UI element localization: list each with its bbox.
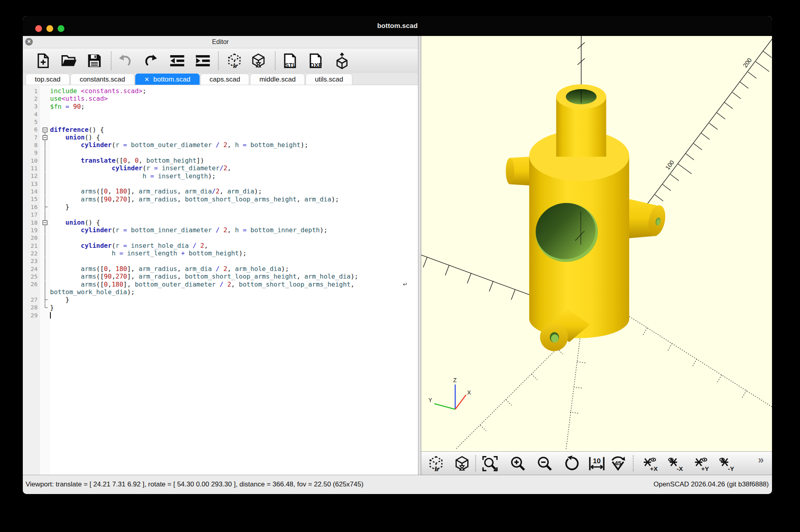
- zoom-to-fit-icon: [481, 455, 499, 472]
- panel-splitter[interactable]: [418, 36, 421, 475]
- view-plus-y-button[interactable]: +Y: [691, 454, 711, 474]
- code-line[interactable]: 20: [23, 234, 418, 242]
- code-line[interactable]: 5: [23, 118, 418, 126]
- fold-guide: [40, 180, 50, 187]
- code-line[interactable]: 23: [23, 257, 418, 265]
- code-line[interactable]: 11 cylinder(r = insert_diameter/2,: [23, 164, 418, 172]
- code-line[interactable]: 25 arms([90,270], arm_radius, bottom_sho…: [23, 273, 418, 280]
- view-minus-y-button[interactable]: -Y: [717, 454, 737, 474]
- code-line[interactable]: 22 h = insert_length + bottom_height);: [23, 249, 418, 257]
- code-line[interactable]: 24 arms([0, 180], arm_radius, arm_dia / …: [23, 265, 418, 273]
- preview-render-button[interactable]: »: [426, 454, 446, 474]
- view-plus-y-icon: +Y: [692, 455, 710, 472]
- fold-guide: [40, 211, 50, 219]
- render-button[interactable]: [249, 51, 268, 70]
- code-line[interactable]: 13: [23, 180, 418, 187]
- code-line[interactable]: 7 union() {: [23, 133, 418, 141]
- line-number: 24: [23, 266, 40, 272]
- fold-guide: [40, 234, 50, 242]
- tab-label: utils.scad: [315, 76, 343, 83]
- code-line[interactable]: 12 h = insert_length);: [23, 172, 418, 180]
- code-line[interactable]: 27 }: [23, 296, 418, 303]
- toolbar-separator: [275, 52, 276, 70]
- code-line[interactable]: 28}: [23, 304, 418, 311]
- gizmo-z-label: Z: [453, 377, 457, 383]
- code-line[interactable]: 18 union() {: [23, 219, 418, 226]
- code-line[interactable]: 6difference() {: [23, 126, 418, 133]
- status-bar: Viewport: translate = [ 24.21 7.31 6.92 …: [23, 475, 772, 494]
- more-tools-chevron-icon[interactable]: »: [758, 454, 764, 466]
- code-text: cylinder(r = bottom_inner_diameter / 2, …: [50, 226, 328, 234]
- fold-marker-icon[interactable]: [40, 126, 50, 133]
- unindent-button[interactable]: [168, 51, 187, 70]
- render-button[interactable]: [452, 454, 472, 474]
- code-line[interactable]: 15 arms([90,270], arm_radius, bottom_sho…: [23, 195, 418, 203]
- new-file-icon: [35, 52, 52, 69]
- line-number: 27: [23, 297, 40, 303]
- close-panel-icon[interactable]: ✕: [25, 38, 33, 46]
- gizmo-y-label: Y: [428, 397, 432, 403]
- export-stl-button[interactable]: STL: [280, 51, 300, 70]
- tab-top-scad[interactable]: top.scad: [26, 74, 70, 85]
- line-number: 14: [23, 188, 40, 195]
- code-line[interactable]: 4: [23, 110, 418, 118]
- code-line[interactable]: 2use<utils.scad>: [23, 95, 418, 102]
- code-line[interactable]: 8 cylinder(r = bottom_outer_diameter / 2…: [23, 141, 418, 149]
- zoom-in-button[interactable]: [508, 454, 528, 474]
- reset-view-icon: [563, 455, 581, 472]
- zoom-out-icon: [536, 455, 554, 472]
- code-text: }: [50, 296, 69, 303]
- code-line[interactable]: 10 translate([0, 0, bottom_height]): [23, 157, 418, 164]
- redo-button[interactable]: [142, 51, 161, 70]
- undo-button[interactable]: [115, 51, 134, 70]
- 3d-viewport[interactable]: 100 200: [421, 36, 772, 451]
- unindent-icon: [169, 52, 186, 69]
- tab-middle-scad[interactable]: middle.scad: [250, 74, 305, 85]
- title-bar[interactable]: bottom.scad: [23, 16, 772, 36]
- tab-label: caps.scad: [210, 76, 240, 83]
- line-number: 15: [23, 196, 40, 202]
- save-file-button[interactable]: [85, 51, 104, 70]
- code-line[interactable]: 17: [23, 211, 418, 219]
- zoom-to-fit-button[interactable]: [480, 454, 500, 474]
- open-file-button[interactable]: [59, 51, 78, 70]
- code-text: arms([0, 180], arm_radius, arm_dia / 2, …: [50, 265, 289, 273]
- fold-marker-icon[interactable]: [40, 133, 50, 141]
- code-line[interactable]: 19 cylinder(r = bottom_inner_diameter / …: [23, 226, 418, 234]
- close-tab-icon[interactable]: ✕: [144, 76, 150, 83]
- preview-render-button[interactable]: »: [225, 51, 244, 70]
- view-plus-x-button[interactable]: +X: [640, 454, 660, 474]
- tab-caps-scad[interactable]: caps.scad: [200, 74, 250, 85]
- code-line[interactable]: 1include <constants.scad>;: [23, 87, 418, 95]
- code-line[interactable]: 16 }: [23, 203, 418, 211]
- code-line[interactable]: 29: [23, 311, 418, 319]
- tab-utils-scad[interactable]: utils.scad: [306, 74, 352, 85]
- tab-label: top.scad: [35, 76, 60, 83]
- view-minus-x-button[interactable]: -X: [666, 454, 686, 474]
- fold-guide: [40, 157, 50, 164]
- line-number: 20: [23, 235, 40, 241]
- indent-button[interactable]: [193, 51, 212, 70]
- view-all-button[interactable]: 10: [587, 454, 607, 474]
- zoom-out-button[interactable]: [535, 454, 555, 474]
- code-line[interactable]: 14 arms([0, 180], arm_radius, arm_dia/2,…: [23, 187, 418, 195]
- code-line[interactable]: bottom_work_hole_dia);: [23, 288, 418, 296]
- fold-marker-icon[interactable]: [40, 219, 50, 226]
- code-line[interactable]: 21 cylinder(r = insert_hole_dia / 2,: [23, 242, 418, 249]
- export-dxf-button[interactable]: DXF: [306, 51, 325, 70]
- code-text: arms([0,180], bottom_outer_diameter / 2,…: [50, 281, 354, 288]
- fold-guide: [40, 257, 50, 265]
- code-line[interactable]: 3$fn = 90;: [23, 103, 418, 110]
- code-text: translate([0, 0, bottom_height]): [50, 157, 204, 164]
- fold-guide: [40, 242, 50, 249]
- code-line[interactable]: 9: [23, 149, 418, 157]
- code-editor[interactable]: 1include <constants.scad>;2use<utils.sca…: [23, 86, 418, 475]
- print-3d-button[interactable]: [332, 51, 352, 70]
- rotate-45-button[interactable]: 45: [608, 454, 628, 474]
- code-line[interactable]: 26 arms([0,180], bottom_outer_diameter /…: [23, 281, 418, 288]
- reset-view-button[interactable]: [562, 454, 582, 474]
- new-file-button[interactable]: [34, 51, 53, 70]
- tab-bottom-scad[interactable]: ✕bottom.scad: [135, 74, 200, 85]
- tab-constants-scad[interactable]: constants.scad: [70, 74, 134, 85]
- screen: bottom.scad Editor ✕ »STLDXF top.scadcon…: [0, 0, 800, 532]
